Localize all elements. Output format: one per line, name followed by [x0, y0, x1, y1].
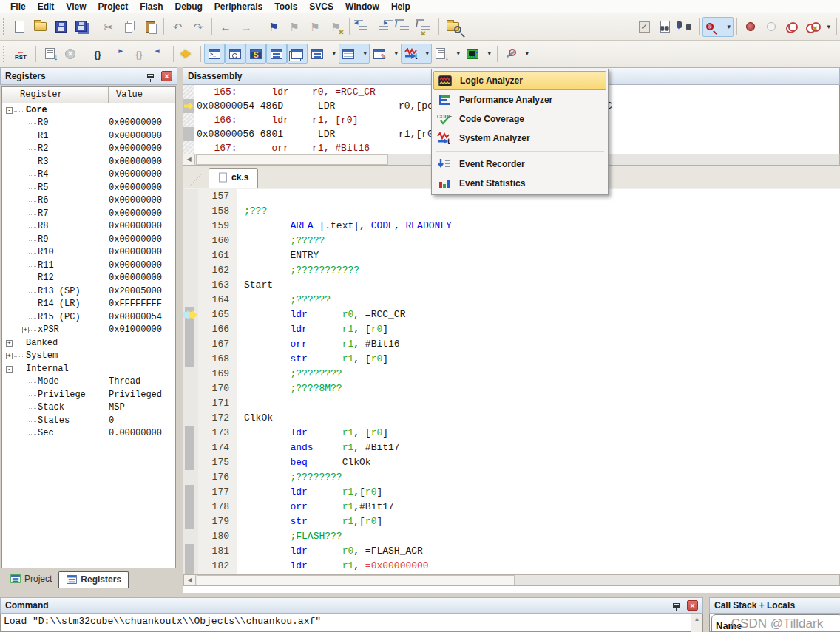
editor-line[interactable]: 181 ldr r0, =FLASH_ACR — [183, 544, 840, 559]
editor-line[interactable]: 159 AREA |.text|, CODE, READONLY — [183, 219, 840, 234]
clear-bookmarks-button[interactable] — [325, 17, 346, 37]
tab-project[interactable]: Project — [3, 571, 58, 588]
register-row[interactable]: R20x00000000 — [2, 143, 175, 156]
register-row[interactable]: R30x00000000 — [2, 155, 175, 169]
editor-line[interactable]: 172ClkOk — [183, 411, 840, 426]
editor-line[interactable]: 170 ;????8M?? — [183, 381, 840, 396]
serial-windows-button[interactable] — [370, 44, 401, 64]
navigate-forward-button[interactable] — [236, 17, 257, 37]
editor-line[interactable]: 161 ENTRY — [183, 248, 840, 263]
editor-line[interactable]: 178 orr r1,#Bit17 — [183, 500, 840, 514]
editor-line[interactable]: 166 ldr r1, [r0] — [183, 322, 840, 337]
tree-expand-minus-icon[interactable]: - — [6, 107, 13, 114]
register-row[interactable]: R50x00000000 — [2, 181, 175, 194]
save-all-button[interactable] — [71, 17, 92, 37]
disassembly-window-button[interactable] — [225, 44, 245, 64]
register-row[interactable]: R13 (SP)0x20005000 — [2, 285, 175, 298]
run-button[interactable] — [177, 44, 197, 64]
tree-expand-plus-icon[interactable]: + — [6, 353, 13, 359]
editor-line[interactable]: 162 ;??????????? — [183, 263, 840, 278]
menu-view[interactable]: View — [60, 0, 92, 13]
close-icon[interactable] — [687, 600, 698, 611]
column-header-register[interactable]: Register — [2, 87, 109, 103]
navigate-back-button[interactable] — [215, 17, 236, 37]
disable-breakpoint-button[interactable] — [761, 17, 782, 37]
find-in-files-button[interactable] — [442, 17, 463, 37]
editor-line[interactable]: 177 ldr r1,[r0] — [183, 485, 840, 500]
flash-verify-checkbox[interactable] — [634, 17, 654, 37]
run-to-cursor-button[interactable] — [149, 44, 170, 64]
unindent-button[interactable] — [353, 17, 373, 37]
system-viewer-button[interactable] — [463, 44, 494, 64]
editor-line[interactable]: 169 ;???????? — [183, 367, 840, 381]
show-next-statement-button[interactable] — [39, 44, 60, 64]
menu-item-event-recorder[interactable]: Event Recorder — [433, 154, 606, 174]
register-row[interactable]: R110x00000000 — [2, 259, 175, 272]
editor-line[interactable]: 171 — [183, 396, 840, 411]
command-output[interactable]: Load "D:\\stm32cube\\chuankoutx\\Objects… — [0, 614, 703, 632]
cut-button[interactable] — [98, 17, 119, 37]
step-into-button[interactable] — [87, 44, 108, 64]
register-row[interactable]: R15 (PC)0x08000054 — [2, 310, 175, 324]
vertical-splitter[interactable] — [177, 67, 183, 593]
step-out-button[interactable] — [129, 44, 149, 64]
toolbar-grip[interactable] — [3, 18, 7, 35]
command-window-button[interactable] — [204, 44, 225, 64]
register-row[interactable]: +System — [2, 350, 175, 363]
tab-cks[interactable]: ck.s — [209, 168, 258, 188]
register-row[interactable]: R120x00000000 — [2, 272, 175, 285]
insert-bookmark-button[interactable] — [263, 17, 284, 37]
paste-button[interactable] — [140, 17, 160, 37]
tree-expand-plus-icon[interactable]: + — [6, 340, 13, 347]
editor-line[interactable]: 180 ;FLASH??? — [183, 529, 840, 544]
register-row[interactable]: Sec0.00000000 — [2, 427, 175, 441]
register-row[interactable]: R70x00000000 — [2, 207, 175, 220]
register-row[interactable]: -Internal — [2, 362, 175, 376]
code-editor[interactable]: 157158;???159 AREA |.text|, CODE, READON… — [183, 189, 840, 574]
analysis-windows-button[interactable]: t — [401, 44, 432, 64]
undo-button[interactable] — [167, 17, 188, 37]
editor-line[interactable]: 175 beq ClkOk — [183, 455, 840, 470]
register-row[interactable]: R00x00000000 — [2, 117, 175, 130]
editor-line[interactable]: 163Start — [183, 278, 840, 293]
editor-line[interactable]: 168 str r1, [r0] — [183, 352, 840, 367]
editor-line[interactable]: 164 ;?????? — [183, 293, 840, 307]
scroll-thumb[interactable] — [196, 154, 388, 165]
pin-icon[interactable] — [147, 74, 154, 78]
menu-item-system-analyzer[interactable]: tSystem Analyzer — [433, 129, 606, 148]
editor-line[interactable]: 174 ands r1, #Bit17 — [183, 441, 840, 455]
register-row[interactable]: States0 — [2, 414, 175, 427]
step-over-button[interactable] — [108, 44, 129, 64]
menu-edit[interactable]: Edit — [32, 0, 61, 13]
memory-windows-button[interactable] — [339, 44, 370, 64]
tree-expand-plus-icon[interactable]: + — [22, 327, 29, 333]
menu-flash[interactable]: Flash — [134, 0, 169, 13]
configure-target-button[interactable] — [654, 17, 675, 37]
scroll-left-icon[interactable] — [183, 154, 195, 165]
register-row[interactable]: ModeThread — [2, 376, 175, 389]
registers-window-button[interactable] — [266, 44, 287, 64]
previous-bookmark-button[interactable] — [284, 17, 305, 37]
disable-all-breakpoints-button[interactable] — [782, 17, 802, 37]
debug-toolbox-button[interactable] — [501, 44, 532, 64]
scroll-thumb[interactable] — [197, 575, 515, 585]
register-row[interactable]: -Core — [2, 103, 175, 117]
kill-all-breakpoints-button[interactable] — [802, 17, 833, 37]
tab-registers[interactable]: Registers — [58, 571, 129, 588]
editor-line[interactable]: 160 ;????? — [183, 234, 840, 248]
register-row[interactable]: R10x00000000 — [2, 129, 175, 143]
indent-button[interactable] — [373, 17, 394, 37]
callstack-window-button[interactable] — [287, 44, 308, 64]
register-row[interactable]: R90x00000000 — [2, 233, 175, 246]
symbols-window-button[interactable] — [245, 44, 266, 64]
editor-line[interactable]: 165 ldr r0, =RCC_CR — [183, 307, 840, 322]
tree-expand-minus-icon[interactable]: - — [6, 366, 13, 373]
menu-help[interactable]: Help — [385, 0, 416, 13]
menu-peripherals[interactable]: Peripherals — [209, 0, 268, 13]
next-bookmark-button[interactable] — [305, 17, 325, 37]
redo-button[interactable] — [188, 17, 209, 37]
uncomment-selection-button[interactable] — [415, 17, 436, 37]
comment-selection-button[interactable] — [394, 17, 415, 37]
watch-windows-button[interactable] — [308, 44, 339, 64]
toggle-breakpoint-button[interactable] — [740, 17, 761, 37]
